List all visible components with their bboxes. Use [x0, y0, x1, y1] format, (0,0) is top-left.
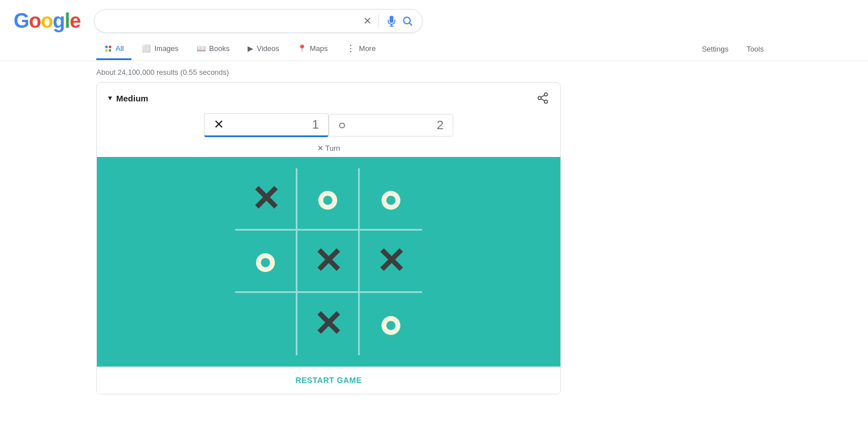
cell-4[interactable]: ✕ [297, 231, 360, 293]
books-icon: 📖 [197, 44, 206, 53]
mic-button[interactable] [386, 14, 397, 28]
cell-6[interactable] [235, 293, 297, 355]
tab-books[interactable]: 📖 Books [189, 39, 237, 60]
svg-point-5 [109, 45, 112, 48]
game-card: ▾ Medium ✕ 1 ○ 2 ✕ Turn [96, 82, 561, 394]
svg-line-11 [541, 99, 544, 101]
svg-point-7 [109, 49, 112, 52]
cell-8-value: ○ [380, 307, 401, 342]
cell-3-value: ○ [255, 244, 276, 279]
player1-score-value: 1 [312, 117, 319, 132]
tab-all[interactable]: All [96, 39, 131, 60]
cell-5[interactable]: ✕ [360, 231, 422, 293]
tab-maps-label: Maps [310, 44, 328, 53]
score-row: ✕ 1 ○ 2 [97, 111, 560, 142]
all-tab-icon [104, 45, 112, 53]
nav-tabs: All ⬜ Images 📖 Books ▶ Videos 📍 Maps ⋮ M… [0, 33, 868, 61]
difficulty-selector[interactable]: ▾ Medium [108, 93, 148, 103]
google-logo[interactable]: Google [14, 9, 80, 33]
cell-0-value: ✕ [251, 181, 280, 216]
svg-point-6 [105, 49, 108, 52]
cell-1[interactable]: ○ [297, 168, 360, 231]
svg-line-12 [541, 95, 544, 97]
tab-all-label: All [116, 44, 124, 53]
images-icon: ⬜ [142, 44, 151, 53]
mic-icon [386, 14, 397, 28]
tools-link[interactable]: Tools [739, 39, 772, 59]
results-info: About 24,100,000 results (0.55 seconds) [0, 61, 868, 82]
logo-l: l [65, 9, 70, 32]
tab-images-label: Images [154, 44, 178, 53]
maps-icon: 📍 [297, 44, 307, 53]
player2-score[interactable]: ○ 2 [329, 114, 453, 137]
tab-more[interactable]: ⋮ More [338, 37, 384, 61]
game-card-header: ▾ Medium [97, 83, 560, 111]
more-icon: ⋮ [346, 43, 356, 54]
tools-label: Tools [747, 45, 764, 53]
tab-videos-label: Videos [257, 44, 279, 53]
search-input[interactable]: tic tac toe [104, 16, 359, 26]
share-button[interactable] [537, 92, 549, 104]
svg-point-10 [544, 100, 548, 104]
cell-7-value: ✕ [313, 307, 343, 342]
player1-symbol: ✕ [214, 117, 224, 132]
player2-symbol: ○ [338, 118, 346, 133]
videos-icon: ▶ [248, 44, 253, 53]
difficulty-label: Medium [116, 93, 148, 103]
header: Google tic tac toe ✕ [0, 0, 868, 33]
search-bar: tic tac toe ✕ [94, 9, 423, 33]
settings-link[interactable]: Settings [694, 39, 737, 59]
search-divider [378, 14, 379, 28]
cell-5-value: ✕ [376, 244, 406, 279]
restart-label: RESTART GAME [296, 376, 362, 385]
logo-e: e [70, 9, 80, 32]
logo-o2: o [41, 9, 53, 32]
board-grid: ✕ ○ ○ ○ ✕ ✕ ✕ [235, 168, 422, 355]
results-count: About 24,100,000 results (0.55 seconds) [96, 68, 229, 76]
search-glass-icon [402, 15, 413, 27]
cell-8[interactable]: ○ [360, 293, 422, 355]
cell-1-value: ○ [317, 181, 338, 216]
cell-4-value: ✕ [313, 244, 343, 279]
game-board: ✕ ○ ○ ○ ✕ ✕ ✕ [97, 157, 560, 367]
cell-7[interactable]: ✕ [297, 293, 360, 355]
svg-point-4 [105, 45, 108, 48]
logo-g: G [14, 9, 29, 32]
tab-videos[interactable]: ▶ Videos [240, 39, 287, 60]
svg-point-9 [538, 96, 542, 100]
svg-point-8 [544, 93, 548, 96]
cell-2-value: ○ [380, 181, 401, 216]
turn-indicator: ✕ Turn [97, 142, 560, 157]
player1-score[interactable]: ✕ 1 [204, 113, 329, 137]
turn-text: ✕ Turn [317, 144, 341, 152]
cell-0[interactable]: ✕ [235, 168, 297, 231]
search-button[interactable] [402, 15, 413, 27]
logo-g2: g [53, 9, 65, 32]
player2-score-value: 2 [437, 118, 444, 133]
logo-o1: o [29, 9, 41, 32]
tab-maps[interactable]: 📍 Maps [290, 39, 336, 60]
clear-icon[interactable]: ✕ [363, 15, 372, 27]
tab-images[interactable]: ⬜ Images [134, 39, 186, 60]
cell-3[interactable]: ○ [235, 231, 297, 293]
tab-books-label: Books [209, 44, 229, 53]
cell-2[interactable]: ○ [360, 168, 422, 231]
svg-line-3 [410, 23, 412, 25]
share-icon [537, 92, 549, 104]
restart-button[interactable]: RESTART GAME [97, 367, 560, 394]
dropdown-arrow-icon: ▾ [108, 94, 112, 102]
settings-label: Settings [702, 45, 729, 53]
tab-more-label: More [359, 44, 376, 53]
